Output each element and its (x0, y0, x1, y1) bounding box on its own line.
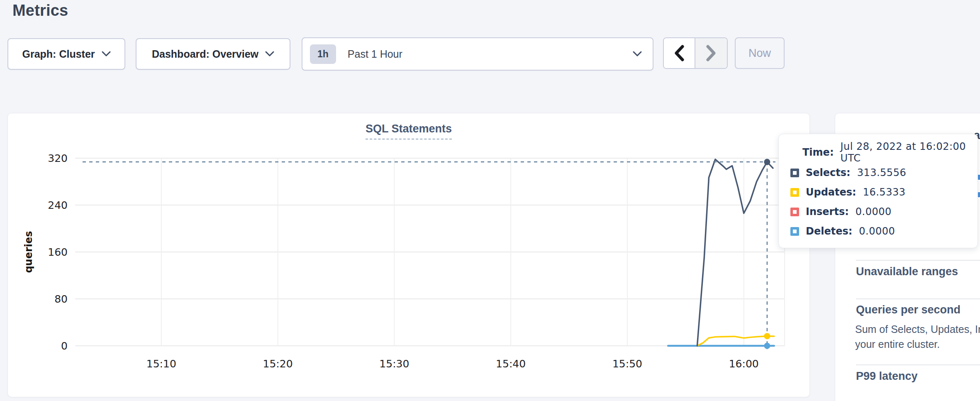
summary-body-line: your entire cluster. (855, 337, 940, 352)
chevron-down-icon (102, 51, 111, 57)
y-tick-label: 160 (48, 246, 68, 258)
chevron-down-icon (265, 51, 274, 57)
tooltip-row-deletes: Deletes: 0.0000 (779, 222, 895, 240)
x-tick-label: 15:20 (263, 358, 293, 370)
dashboard-dropdown-label: Dashboard: Overview (152, 48, 258, 60)
x-tick-label: 16:00 (729, 358, 759, 370)
hover-marker-selects (764, 159, 770, 165)
tooltip-row-selects: Selects: 313.5556 (779, 164, 906, 182)
chevron-left-icon (674, 45, 685, 61)
chevron-right-icon (706, 45, 717, 61)
x-tick-label: 15:30 (379, 358, 409, 370)
y-tick-label: 80 (54, 293, 68, 305)
tooltip-row-inserts: Inserts: 0.0000 (779, 203, 892, 221)
tooltip-series-label: Deletes: (806, 225, 852, 237)
prev-time-button[interactable] (664, 38, 695, 68)
next-time-button-disabled[interactable] (695, 38, 727, 68)
y-tick-label: 0 (61, 340, 68, 352)
x-tick-label: 15:10 (146, 358, 176, 370)
graph-scope-dropdown[interactable]: Graph: Cluster (7, 38, 125, 70)
chart-hover-tooltip: Time: Jul 28, 2022 at 16:02:00 UTC Selec… (778, 134, 978, 248)
inserts-swatch-icon (790, 208, 799, 216)
summary-heading-queries-per-second: Queries per second (856, 303, 960, 316)
tooltip-series-label: Inserts: (806, 206, 849, 218)
time-range-badge: 1h (310, 44, 336, 64)
series-line-selects (697, 159, 773, 346)
deletes-swatch-icon (790, 227, 799, 236)
tooltip-row-updates: Updates: 16.5333 (779, 183, 905, 201)
dashboard-dropdown[interactable]: Dashboard: Overview (136, 38, 290, 70)
sql-statements-chart[interactable]: 08016024032015:1015:2015:3015:4015:5016:… (8, 113, 810, 398)
tooltip-series-value: 0.0000 (859, 225, 895, 237)
series-line-updates (697, 336, 774, 346)
tooltip-series-label: Selects: (806, 167, 851, 178)
x-tick-label: 15:50 (612, 358, 642, 370)
chevron-down-icon (633, 51, 642, 57)
summary-body-line: Sum of Selects, Updates, Inser (855, 322, 980, 337)
divider (856, 364, 980, 365)
hover-marker-updates (764, 333, 770, 339)
tooltip-time-label: Time: (802, 147, 834, 158)
y-tick-label: 320 (48, 152, 68, 164)
tooltip-series-value: 0.0000 (856, 206, 892, 218)
tooltip-series-label: Updates: (806, 186, 856, 198)
divider (856, 298, 980, 299)
page-title: Metrics (12, 2, 68, 20)
tooltip-time-row: Time: Jul 28, 2022 at 16:02:00 UTC (779, 143, 978, 161)
divider (856, 260, 980, 261)
time-range-label: Past 1 Hour (348, 48, 402, 60)
now-button[interactable]: Now (735, 37, 785, 69)
time-range-selector[interactable]: 1h Past 1 Hour (302, 37, 653, 71)
graph-scope-dropdown-label: Graph: Cluster (22, 48, 95, 60)
tooltip-series-value: 313.5556 (857, 167, 907, 178)
updates-swatch-icon (790, 188, 799, 197)
selects-swatch-icon (790, 169, 799, 177)
y-tick-label: 240 (48, 199, 68, 211)
tooltip-time-value: Jul 28, 2022 at 16:02:00 UTC (840, 141, 978, 164)
time-nav-group (663, 37, 728, 69)
hover-marker-deletes (764, 343, 770, 349)
summary-heading-p99-latency: P99 latency (856, 370, 918, 383)
y-axis-label: queries (23, 231, 34, 273)
tooltip-series-value: 16.5333 (863, 186, 906, 198)
x-tick-label: 15:40 (496, 358, 526, 370)
summary-heading-unavailable-ranges: Unavailable ranges (856, 265, 958, 278)
sql-statements-chart-card: SQL Statements 08016024032015:1015:2015:… (7, 113, 810, 397)
